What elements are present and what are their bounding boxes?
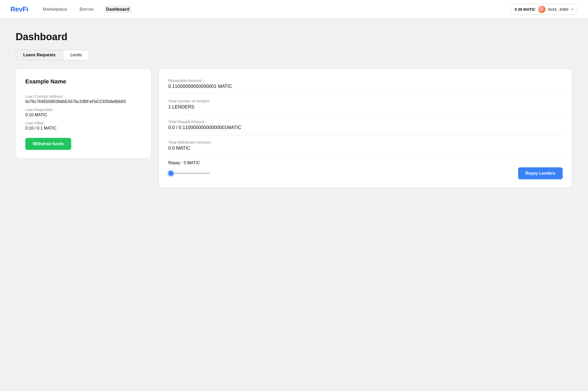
repay-section: Repay : 0 MATIC Repay Lenders xyxy=(168,161,563,179)
total-lenders-section: Total number of lenders: 1 LENDERS xyxy=(168,99,563,115)
repayable-amount-section: Repayable Amount : 0.11000000000000001 M… xyxy=(168,78,563,94)
loan-requested-label: Loan Requested : xyxy=(25,108,142,112)
total-repaid-value: 0.0 / 0.11000000000000001MATIC xyxy=(168,125,563,130)
main-content: Dashboard Loans Requests Lends Example N… xyxy=(0,19,588,200)
loan-filled-label: Loan Filled : xyxy=(25,121,142,125)
tab-loans-requests[interactable]: Loans Requests xyxy=(16,50,63,60)
page-title: Dashboard xyxy=(16,31,572,42)
navbar: RevFi Marketplace Borrow Dashboard 0.38 … xyxy=(0,0,588,19)
chevron-down-icon: ▾ xyxy=(572,8,573,11)
total-repaid-section: Total Repaid Amount : 0.0 / 0.1100000000… xyxy=(168,119,563,135)
contract-address-label: Loan Contract Address : xyxy=(25,94,142,99)
total-withdrawn-section: Total Withdrawn Amount : 0.0 MATIC xyxy=(168,140,563,156)
total-repaid-label: Total Repaid Amount : xyxy=(168,119,563,124)
right-card: Repayable Amount : 0.11000000000000001 M… xyxy=(159,69,572,188)
withdraw-funds-button[interactable]: Withdraw funds xyxy=(25,138,71,150)
total-lenders-value: 1 LENDERS xyxy=(168,104,563,110)
contract-address-value: 0x76c764Eb58039dbEA57bc33BFeFbCC8358e8bb… xyxy=(25,99,142,104)
wallet-avatar-icon xyxy=(538,6,545,13)
repayable-amount-label: Repayable Amount : xyxy=(168,78,563,83)
repay-row: Repay Lenders xyxy=(168,167,563,179)
nav-dashboard[interactable]: Dashboard xyxy=(104,6,131,13)
tab-lends[interactable]: Lends xyxy=(63,50,89,60)
loan-filled-value: 0.10 / 0.1 MATIC xyxy=(25,126,142,131)
nav-borrow[interactable]: Borrow xyxy=(77,6,96,13)
loan-requested-value: 0.10 MATIC xyxy=(25,113,142,117)
repay-label: Repay : 0 MATIC xyxy=(168,161,563,165)
repay-slider[interactable] xyxy=(168,173,210,174)
total-withdrawn-label: Total Withdrawn Amount : xyxy=(168,140,563,144)
wallet-address: 0x43...6483 xyxy=(548,7,568,11)
tabs: Loans Requests Lends xyxy=(16,50,572,60)
cards-row: Example Name Loan Contract Address : 0x7… xyxy=(16,69,572,188)
repay-slider-wrap xyxy=(168,173,513,174)
loan-name: Example Name xyxy=(25,78,142,85)
logo[interactable]: RevFi xyxy=(10,5,28,13)
repay-lenders-button[interactable]: Repay Lenders xyxy=(518,167,563,179)
total-withdrawn-value: 0.0 MATIC xyxy=(168,145,563,151)
left-card: Example Name Loan Contract Address : 0x7… xyxy=(16,69,151,158)
repayable-amount-value: 0.11000000000000001 MATIC xyxy=(168,84,563,89)
total-lenders-label: Total number of lenders: xyxy=(168,99,563,103)
nav-marketplace[interactable]: Marketplace xyxy=(41,6,69,13)
wallet-balance: 0.38 MATIC xyxy=(515,7,536,11)
wallet-widget[interactable]: 0.38 MATIC 0x43...6483 ▾ xyxy=(510,4,578,15)
